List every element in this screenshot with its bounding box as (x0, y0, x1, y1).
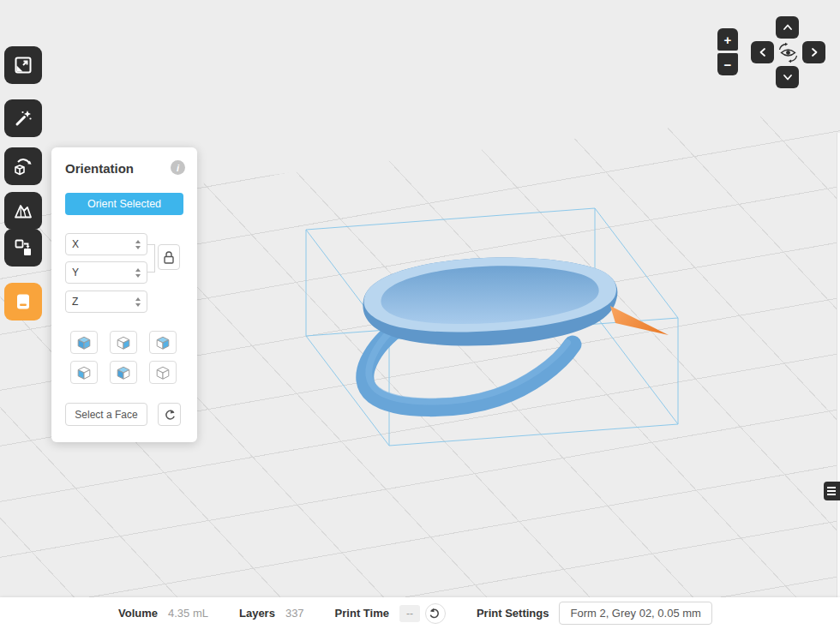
status-bar: Volume 4.35 mL Layers 337 Print Time -- … (0, 597, 840, 629)
collapsed-panel-edge (837, 133, 840, 601)
lock-icon (163, 250, 175, 265)
model-3d[interactable] (363, 258, 669, 408)
layers-group: Layers 337 (239, 607, 304, 620)
one-click-print-button[interactable] (4, 99, 42, 137)
orbit-view-button[interactable] (777, 40, 800, 64)
refresh-icon (429, 608, 441, 619)
zoom-out-button[interactable]: − (717, 53, 738, 75)
print-settings-group: Print Settings Form 2, Grey 02, 0.05 mm (477, 602, 712, 625)
axis-z-input[interactable]: Z (65, 291, 147, 313)
lock-bracket (147, 244, 155, 273)
axis-lock-button[interactable] (158, 244, 180, 270)
rotate-view-down-button[interactable] (776, 66, 799, 88)
print-time-group: Print Time -- (335, 603, 446, 624)
list-icon (827, 487, 836, 488)
step-up-icon[interactable] (135, 268, 141, 272)
step-down-icon[interactable] (135, 274, 141, 278)
panel-title: Orientation (65, 161, 134, 176)
cube-orientation-icon (76, 365, 92, 380)
axis-z-label: Z (72, 296, 78, 308)
cube-orientation-icon (155, 365, 171, 380)
print-settings-selector[interactable]: Form 2, Grey 02, 0.05 mm (559, 602, 711, 625)
layout-icon (13, 237, 33, 258)
volume-value: 4.35 mL (168, 607, 208, 620)
cartridge-icon (13, 291, 33, 312)
magic-wand-icon (13, 108, 33, 129)
chevron-right-icon (809, 46, 819, 58)
layout-tool-button[interactable] (4, 229, 42, 267)
list-icon (827, 490, 836, 492)
orient-preset-button-3[interactable] (149, 331, 177, 354)
volume-group: Volume 4.35 mL (118, 607, 208, 620)
axis-y-stepper[interactable] (135, 268, 141, 278)
orientation-tool-button[interactable] (4, 147, 42, 185)
axis-x-input[interactable]: X (65, 233, 147, 255)
cube-orientation-icon (76, 335, 92, 350)
axis-z-stepper[interactable] (135, 297, 141, 307)
rotate-view-left-button[interactable] (751, 41, 774, 63)
chevron-down-icon (782, 72, 794, 82)
reset-orientation-button[interactable] (158, 403, 181, 426)
layers-label: Layers (239, 607, 275, 620)
supports-icon (13, 201, 33, 221)
zoom-in-button[interactable]: + (717, 28, 738, 51)
scale-icon (13, 55, 33, 75)
list-icon (827, 494, 836, 495)
orientation-panel: Orientation i Orient Selected X Y Z (51, 147, 197, 442)
orientation-cone (610, 306, 669, 335)
orient-selected-button[interactable]: Orient Selected (65, 193, 183, 215)
info-icon[interactable]: i (171, 160, 185, 175)
step-down-icon[interactable] (135, 303, 141, 307)
supports-tool-button[interactable] (4, 192, 42, 230)
print-time-label: Print Time (335, 607, 389, 620)
axis-y-input[interactable]: Y (65, 261, 147, 284)
orient-preset-button-4[interactable] (70, 361, 98, 384)
reset-icon (164, 409, 176, 421)
print-time-value: -- (399, 605, 420, 622)
orbit-eye-icon (777, 42, 799, 63)
rotate-view-up-button[interactable] (776, 16, 799, 39)
axis-x-stepper[interactable] (135, 240, 141, 249)
volume-label: Volume (118, 607, 158, 620)
orient-preset-button-5[interactable] (110, 361, 137, 384)
orient-preset-button-6[interactable] (149, 361, 177, 384)
layers-value: 337 (285, 607, 304, 620)
cube-orientation-icon (155, 335, 171, 350)
chevron-up-icon (782, 22, 794, 33)
rotate-view-right-button[interactable] (802, 41, 825, 63)
chevron-left-icon (758, 46, 768, 58)
cube-orientation-icon (116, 335, 131, 350)
axis-x-label: X (72, 238, 79, 250)
step-up-icon[interactable] (135, 297, 141, 301)
cube-orientation-icon (116, 365, 131, 380)
print-settings-label: Print Settings (477, 607, 549, 620)
orient-icon (13, 156, 33, 177)
refresh-print-time-button[interactable] (425, 603, 446, 624)
step-up-icon[interactable] (135, 240, 141, 243)
printer-button[interactable] (4, 283, 42, 320)
axis-y-label: Y (72, 267, 79, 279)
size-tool-button[interactable] (4, 46, 42, 84)
slicer-app: Orientation i Orient Selected X Y Z (0, 0, 840, 629)
orient-preset-button-1[interactable] (70, 331, 98, 354)
step-down-icon[interactable] (135, 246, 141, 249)
model-list-toggle[interactable] (824, 482, 840, 500)
select-face-button[interactable]: Select a Face (65, 403, 147, 426)
orient-preset-button-2[interactable] (110, 331, 137, 354)
